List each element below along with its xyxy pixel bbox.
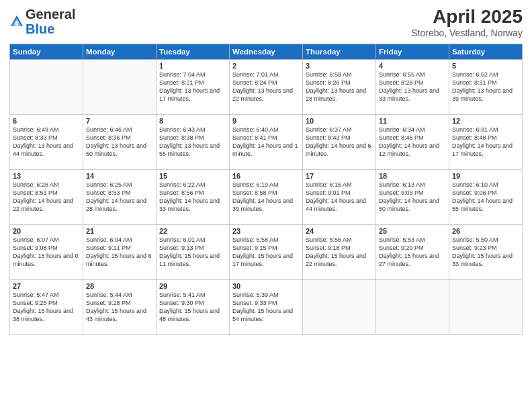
col-saturday: Saturday [449,44,523,59]
day-info: Sunrise: 5:44 AM Sunset: 9:28 PM Dayligh… [86,291,153,324]
day-info: Sunrise: 6:34 AM Sunset: 8:46 PM Dayligh… [379,126,446,158]
day-number: 7 [86,117,153,125]
col-monday: Monday [83,44,157,59]
header: General Blue April 2025 Storebo, Vestlan… [9,7,523,38]
page: General Blue April 2025 Storebo, Vestlan… [0,0,532,411]
day-number: 14 [86,172,153,180]
day-info: Sunrise: 6:46 AM Sunset: 8:36 PM Dayligh… [86,126,153,158]
logo-general-text: General [26,7,75,21]
table-row: 13Sunrise: 6:28 AM Sunset: 8:51 PM Dayli… [10,169,83,224]
table-row [449,279,523,334]
table-row: 3Sunrise: 6:58 AM Sunset: 8:26 PM Daylig… [303,59,376,114]
header-row: Sunday Monday Tuesday Wednesday Thursday… [10,44,523,59]
calendar-week-2: 6Sunrise: 6:49 AM Sunset: 8:33 PM Daylig… [10,114,523,169]
day-number: 13 [13,172,80,180]
col-wednesday: Wednesday [230,44,303,59]
calendar-body: 1Sunrise: 7:04 AM Sunset: 8:21 PM Daylig… [10,59,523,334]
table-row: 4Sunrise: 6:55 AM Sunset: 8:28 PM Daylig… [376,59,449,114]
day-info: Sunrise: 6:10 AM Sunset: 9:06 PM Dayligh… [452,181,519,214]
table-row: 9Sunrise: 6:40 AM Sunset: 8:41 PM Daylig… [230,114,303,169]
day-number: 11 [379,117,446,125]
day-number: 1 [159,62,226,70]
day-number: 4 [379,62,446,70]
table-row: 10Sunrise: 6:37 AM Sunset: 8:43 PM Dayli… [303,114,376,169]
day-number: 17 [306,172,373,180]
logo-blue-text: Blue [26,21,54,36]
day-number: 9 [232,117,300,125]
day-number: 21 [86,227,153,235]
day-info: Sunrise: 6:16 AM Sunset: 9:01 PM Dayligh… [306,181,373,214]
day-info: Sunrise: 6:22 AM Sunset: 8:56 PM Dayligh… [159,181,226,214]
day-number: 5 [452,62,519,70]
day-number: 2 [232,62,300,70]
table-row: 17Sunrise: 6:16 AM Sunset: 9:01 PM Dayli… [303,169,376,224]
day-info: Sunrise: 6:28 AM Sunset: 8:51 PM Dayligh… [13,181,80,214]
table-row: 15Sunrise: 6:22 AM Sunset: 8:56 PM Dayli… [157,169,230,224]
day-number: 15 [159,172,226,180]
day-info: Sunrise: 5:50 AM Sunset: 9:23 PM Dayligh… [452,236,519,269]
table-row: 30Sunrise: 5:39 AM Sunset: 9:33 PM Dayli… [230,279,303,334]
day-info: Sunrise: 5:41 AM Sunset: 9:30 PM Dayligh… [159,291,226,324]
table-row: 25Sunrise: 5:53 AM Sunset: 9:20 PM Dayli… [376,224,449,279]
table-row: 1Sunrise: 7:04 AM Sunset: 8:21 PM Daylig… [157,59,230,114]
day-info: Sunrise: 6:55 AM Sunset: 8:28 PM Dayligh… [379,71,446,103]
calendar-week-3: 13Sunrise: 6:28 AM Sunset: 8:51 PM Dayli… [10,169,523,224]
table-row: 20Sunrise: 6:07 AM Sunset: 9:08 PM Dayli… [10,224,83,279]
day-number: 18 [379,172,446,180]
table-row: 28Sunrise: 5:44 AM Sunset: 9:28 PM Dayli… [83,279,157,334]
table-row: 18Sunrise: 6:13 AM Sunset: 9:03 PM Dayli… [376,169,449,224]
logo: General Blue [9,7,75,36]
calendar-table: Sunday Monday Tuesday Wednesday Thursday… [9,44,523,335]
day-info: Sunrise: 5:56 AM Sunset: 9:18 PM Dayligh… [306,236,373,269]
day-info: Sunrise: 5:58 AM Sunset: 9:15 PM Dayligh… [232,236,300,269]
calendar-week-1: 1Sunrise: 7:04 AM Sunset: 8:21 PM Daylig… [10,59,523,114]
table-row: 8Sunrise: 6:43 AM Sunset: 8:38 PM Daylig… [157,114,230,169]
day-number: 24 [306,227,373,235]
day-info: Sunrise: 6:07 AM Sunset: 9:08 PM Dayligh… [13,236,80,269]
table-row: 23Sunrise: 5:58 AM Sunset: 9:15 PM Dayli… [230,224,303,279]
col-tuesday: Tuesday [157,44,230,59]
table-row [376,279,449,334]
day-number: 12 [452,117,519,125]
day-number: 19 [452,172,519,180]
table-row: 21Sunrise: 6:04 AM Sunset: 9:11 PM Dayli… [83,224,157,279]
table-row [303,279,376,334]
day-info: Sunrise: 6:01 AM Sunset: 9:13 PM Dayligh… [159,236,226,269]
table-row: 11Sunrise: 6:34 AM Sunset: 8:46 PM Dayli… [376,114,449,169]
calendar-header: Sunday Monday Tuesday Wednesday Thursday… [10,44,523,59]
day-info: Sunrise: 6:31 AM Sunset: 8:48 PM Dayligh… [452,126,519,158]
day-info: Sunrise: 6:52 AM Sunset: 8:31 PM Dayligh… [452,71,519,103]
table-row: 16Sunrise: 6:19 AM Sunset: 8:58 PM Dayli… [230,169,303,224]
day-number: 16 [232,172,300,180]
day-number: 8 [159,117,226,125]
col-sunday: Sunday [10,44,83,59]
day-info: Sunrise: 7:01 AM Sunset: 8:24 PM Dayligh… [232,71,300,103]
title-block: April 2025 Storebo, Vestland, Norway [411,7,523,38]
day-info: Sunrise: 6:43 AM Sunset: 8:38 PM Dayligh… [159,126,226,158]
day-info: Sunrise: 6:13 AM Sunset: 9:03 PM Dayligh… [379,181,446,214]
table-row: 5Sunrise: 6:52 AM Sunset: 8:31 PM Daylig… [449,59,523,114]
col-thursday: Thursday [303,44,376,59]
day-number: 30 [232,282,300,290]
col-friday: Friday [376,44,449,59]
day-info: Sunrise: 5:39 AM Sunset: 9:33 PM Dayligh… [232,291,300,324]
table-row: 29Sunrise: 5:41 AM Sunset: 9:30 PM Dayli… [157,279,230,334]
day-info: Sunrise: 6:19 AM Sunset: 8:58 PM Dayligh… [232,181,300,214]
day-info: Sunrise: 6:58 AM Sunset: 8:26 PM Dayligh… [306,71,373,103]
day-info: Sunrise: 6:37 AM Sunset: 8:43 PM Dayligh… [306,126,373,158]
day-number: 22 [159,227,226,235]
table-row [10,59,83,114]
day-number: 10 [306,117,373,125]
table-row: 6Sunrise: 6:49 AM Sunset: 8:33 PM Daylig… [10,114,83,169]
day-info: Sunrise: 6:25 AM Sunset: 8:53 PM Dayligh… [86,181,153,214]
calendar-week-4: 20Sunrise: 6:07 AM Sunset: 9:08 PM Dayli… [10,224,523,279]
table-row: 19Sunrise: 6:10 AM Sunset: 9:06 PM Dayli… [449,169,523,224]
day-number: 20 [13,227,80,235]
day-info: Sunrise: 6:04 AM Sunset: 9:11 PM Dayligh… [86,236,153,269]
day-info: Sunrise: 5:47 AM Sunset: 9:25 PM Dayligh… [13,291,80,324]
table-row: 2Sunrise: 7:01 AM Sunset: 8:24 PM Daylig… [230,59,303,114]
day-number: 29 [159,282,226,290]
page-title: April 2025 [411,7,523,28]
table-row: 14Sunrise: 6:25 AM Sunset: 8:53 PM Dayli… [83,169,157,224]
svg-rect-2 [15,21,18,26]
